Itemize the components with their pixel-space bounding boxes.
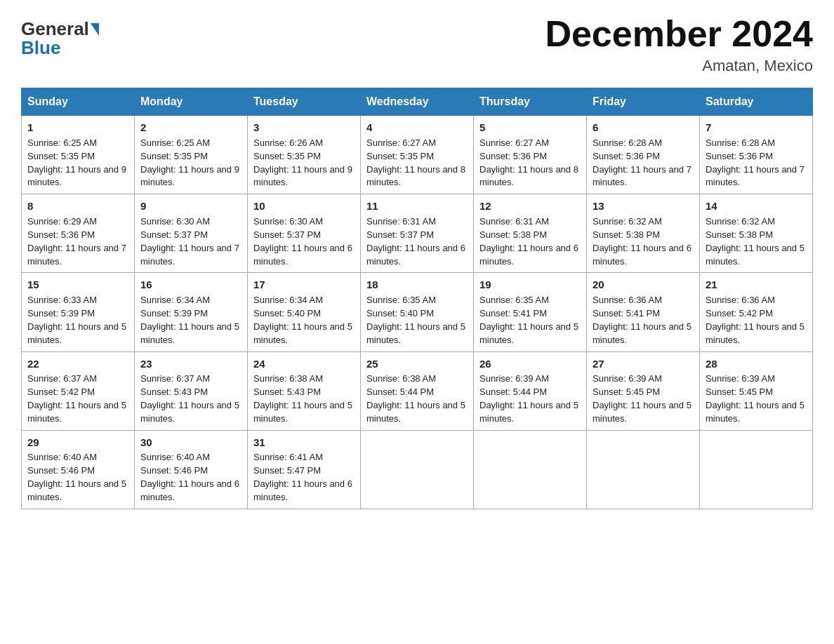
calendar-cell: 17Sunrise: 6:34 AMSunset: 5:40 PMDayligh… (248, 273, 361, 351)
day-number: 18 (366, 277, 468, 293)
logo: General Blue (21, 18, 100, 59)
sunrise-text: Sunrise: 6:28 AM (593, 137, 694, 150)
sunset-text: Sunset: 5:44 PM (366, 386, 468, 399)
day-number: 28 (706, 356, 807, 372)
sunset-text: Sunset: 5:43 PM (253, 386, 355, 399)
day-number: 27 (593, 356, 694, 372)
sunset-text: Sunset: 5:42 PM (706, 307, 807, 321)
daylight-text: Daylight: 11 hours and 5 minutes. (140, 399, 241, 426)
sunrise-text: Sunrise: 6:38 AM (366, 373, 468, 386)
sunrise-text: Sunrise: 6:41 AM (253, 451, 355, 464)
calendar-cell: 16Sunrise: 6:34 AMSunset: 5:39 PMDayligh… (135, 273, 248, 351)
calendar-cell: 11Sunrise: 6:31 AMSunset: 5:37 PMDayligh… (361, 194, 474, 273)
daylight-text: Daylight: 11 hours and 6 minutes. (366, 242, 468, 269)
sunrise-text: Sunrise: 6:32 AM (593, 215, 694, 229)
daylight-text: Daylight: 11 hours and 7 minutes. (706, 163, 807, 190)
sunset-text: Sunset: 5:37 PM (366, 229, 468, 242)
calendar-cell: 5Sunrise: 6:27 AMSunset: 5:36 PMDaylight… (474, 116, 587, 194)
daylight-text: Daylight: 11 hours and 6 minutes. (140, 478, 241, 504)
calendar-cell: 2Sunrise: 6:25 AMSunset: 5:35 PMDaylight… (135, 116, 248, 194)
daylight-text: Daylight: 11 hours and 7 minutes. (593, 163, 694, 190)
daylight-text: Daylight: 11 hours and 5 minutes. (479, 321, 581, 347)
calendar-cell (700, 430, 813, 509)
day-number: 2 (140, 120, 241, 135)
calendar-table: SundayMondayTuesdayWednesdayThursdayFrid… (21, 88, 813, 509)
sunset-text: Sunset: 5:41 PM (479, 307, 581, 321)
day-number: 14 (706, 199, 807, 214)
calendar-cell: 8Sunrise: 6:29 AMSunset: 5:36 PMDaylight… (22, 194, 135, 273)
daylight-text: Daylight: 11 hours and 8 minutes. (479, 163, 581, 190)
calendar-week-row: 29Sunrise: 6:40 AMSunset: 5:46 PMDayligh… (22, 430, 813, 509)
sunset-text: Sunset: 5:44 PM (479, 386, 581, 399)
day-number: 24 (253, 356, 355, 372)
weekday-header-friday: Friday (587, 88, 700, 116)
sunrise-text: Sunrise: 6:30 AM (253, 215, 355, 229)
daylight-text: Daylight: 11 hours and 5 minutes. (593, 399, 694, 426)
calendar-cell: 20Sunrise: 6:36 AMSunset: 5:41 PMDayligh… (587, 273, 700, 351)
sunset-text: Sunset: 5:39 PM (140, 307, 241, 321)
day-number: 31 (253, 435, 355, 450)
sunset-text: Sunset: 5:36 PM (479, 150, 581, 163)
sunset-text: Sunset: 5:47 PM (253, 464, 355, 478)
calendar-cell: 14Sunrise: 6:32 AMSunset: 5:38 PMDayligh… (700, 194, 813, 273)
day-number: 8 (27, 199, 128, 214)
sunset-text: Sunset: 5:35 PM (140, 150, 241, 163)
sunset-text: Sunset: 5:41 PM (593, 307, 694, 321)
sunrise-text: Sunrise: 6:31 AM (366, 215, 468, 229)
daylight-text: Daylight: 11 hours and 5 minutes. (253, 399, 355, 426)
daylight-text: Daylight: 11 hours and 7 minutes. (27, 242, 128, 269)
daylight-text: Daylight: 11 hours and 5 minutes. (706, 242, 807, 269)
sunrise-text: Sunrise: 6:40 AM (140, 451, 241, 464)
day-number: 17 (253, 277, 355, 293)
calendar-week-row: 22Sunrise: 6:37 AMSunset: 5:42 PMDayligh… (22, 351, 813, 430)
sunset-text: Sunset: 5:39 PM (27, 307, 128, 321)
logo-arrow-icon (91, 23, 99, 36)
calendar-cell: 1Sunrise: 6:25 AMSunset: 5:35 PMDaylight… (22, 116, 135, 194)
day-number: 22 (27, 356, 128, 372)
weekday-header-sunday: Sunday (22, 88, 135, 116)
weekday-header-monday: Monday (135, 88, 248, 116)
sunset-text: Sunset: 5:45 PM (593, 386, 694, 399)
calendar-cell: 24Sunrise: 6:38 AMSunset: 5:43 PMDayligh… (248, 351, 361, 430)
sunset-text: Sunset: 5:42 PM (27, 386, 128, 399)
calendar-week-row: 8Sunrise: 6:29 AMSunset: 5:36 PMDaylight… (22, 194, 813, 273)
day-number: 1 (27, 120, 128, 135)
sunrise-text: Sunrise: 6:36 AM (706, 294, 807, 307)
daylight-text: Daylight: 11 hours and 6 minutes. (253, 242, 355, 269)
calendar-cell: 27Sunrise: 6:39 AMSunset: 5:45 PMDayligh… (587, 351, 700, 430)
page-header: General Blue December 2024 Amatan, Mexic… (21, 14, 813, 75)
sunset-text: Sunset: 5:35 PM (366, 150, 468, 163)
day-number: 5 (479, 120, 581, 135)
day-number: 15 (27, 277, 128, 293)
day-number: 12 (479, 199, 581, 214)
day-number: 6 (593, 120, 694, 135)
day-number: 19 (479, 277, 581, 293)
calendar-week-row: 1Sunrise: 6:25 AMSunset: 5:35 PMDaylight… (22, 116, 813, 194)
daylight-text: Daylight: 11 hours and 5 minutes. (140, 321, 241, 347)
daylight-text: Daylight: 11 hours and 5 minutes. (253, 321, 355, 347)
day-number: 21 (706, 277, 807, 293)
sunrise-text: Sunrise: 6:32 AM (706, 215, 807, 229)
title-block: December 2024 Amatan, Mexico (545, 14, 813, 75)
calendar-cell: 23Sunrise: 6:37 AMSunset: 5:43 PMDayligh… (135, 351, 248, 430)
calendar-cell: 28Sunrise: 6:39 AMSunset: 5:45 PMDayligh… (700, 351, 813, 430)
daylight-text: Daylight: 11 hours and 8 minutes. (366, 163, 468, 190)
sunset-text: Sunset: 5:46 PM (140, 464, 241, 478)
day-number: 20 (593, 277, 694, 293)
calendar-cell (361, 430, 474, 509)
day-number: 26 (479, 356, 581, 372)
daylight-text: Daylight: 11 hours and 5 minutes. (593, 321, 694, 347)
sunrise-text: Sunrise: 6:26 AM (253, 137, 355, 150)
daylight-text: Daylight: 11 hours and 5 minutes. (27, 321, 128, 347)
sunrise-text: Sunrise: 6:31 AM (479, 215, 581, 229)
calendar-cell: 13Sunrise: 6:32 AMSunset: 5:38 PMDayligh… (587, 194, 700, 273)
day-number: 3 (253, 120, 355, 135)
sunrise-text: Sunrise: 6:35 AM (366, 294, 468, 307)
calendar-cell: 15Sunrise: 6:33 AMSunset: 5:39 PMDayligh… (22, 273, 135, 351)
calendar-header-row: SundayMondayTuesdayWednesdayThursdayFrid… (22, 88, 813, 116)
day-number: 4 (366, 120, 468, 135)
calendar-body: 1Sunrise: 6:25 AMSunset: 5:35 PMDaylight… (22, 116, 813, 509)
calendar-cell: 22Sunrise: 6:37 AMSunset: 5:42 PMDayligh… (22, 351, 135, 430)
day-number: 10 (253, 199, 355, 214)
calendar-cell: 3Sunrise: 6:26 AMSunset: 5:35 PMDaylight… (248, 116, 361, 194)
